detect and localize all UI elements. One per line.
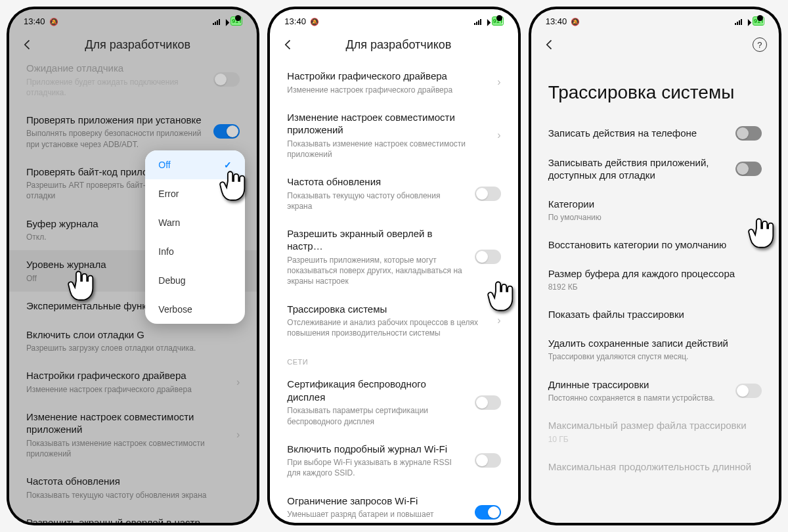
toggle-record-phone[interactable] (735, 126, 762, 141)
phone-2: 13:40 91 Для разработчиков Настройки гра… (267, 7, 520, 525)
popup-option-info[interactable]: Info (145, 237, 245, 266)
chevron-right-icon: › (236, 429, 240, 441)
chevron-right-icon: › (497, 76, 500, 88)
section-networks: СЕТИ (270, 346, 517, 370)
row-delete-traces[interactable]: Удалить сохраненные записи действийТрасс… (531, 329, 779, 370)
row-wifi-throttle[interactable]: Ограничение запросов Wi-FiУменьшает разр… (270, 487, 517, 523)
signal-icon (735, 18, 742, 25)
content: Настройки графического драйвераИзменение… (270, 62, 517, 523)
signal-icon (213, 18, 220, 25)
status-time: 13:40 (284, 16, 306, 26)
header: Для разработчиков (9, 30, 257, 62)
mute-icon (310, 16, 319, 26)
statusbar: 13:40 91 (270, 9, 517, 30)
row-gfx-driver[interactable]: Настройки графического драйвера Изменени… (9, 361, 257, 403)
page-big-title: Трассировка системы (531, 62, 779, 118)
content: Трассировка системы Записать действия на… (531, 62, 779, 523)
chevron-right-icon: › (497, 315, 500, 326)
popup-option-error[interactable]: Error (145, 179, 245, 208)
row-overlay[interactable]: Разрешить экранный оверлей в настр… Разр… (9, 508, 257, 523)
popup-option-warn[interactable]: Warn (145, 208, 245, 237)
popup-option-off[interactable]: Off (145, 150, 245, 179)
toggle-wifi-throttle[interactable] (475, 505, 501, 520)
toggle-overlay[interactable] (475, 250, 501, 264)
chevron-right-icon: › (497, 129, 500, 141)
status-time: 13:40 (546, 16, 567, 26)
row-max-duration: Максимальная продолжительность длинной (531, 453, 779, 481)
row-wireless-cert[interactable]: Сертификация беспроводного дисплеяПоказы… (270, 370, 517, 434)
row-verify-apps[interactable]: Проверять приложения при установке Выпол… (9, 106, 257, 158)
row-debug-layers[interactable]: Включить слои отладки G Разрешить загруз… (9, 321, 257, 362)
chevron-right-icon: › (236, 376, 240, 388)
row-restore-categories[interactable]: Восстановить категории по умолчанию (531, 231, 779, 259)
log-level-popup: Off Error Warn Info Debug Verbose (145, 150, 245, 324)
page-title: Для разработчиков (46, 38, 229, 52)
toggle-record-debug-apps[interactable] (735, 162, 762, 176)
toggle-wireless-cert[interactable] (475, 395, 501, 410)
mute-icon (571, 16, 580, 26)
row-record-phone[interactable]: Записать действия на телефоне (531, 118, 779, 148)
back-button[interactable] (543, 37, 559, 53)
wifi-icon (484, 16, 489, 26)
row-show-traces[interactable]: Показать файлы трассировки (531, 300, 779, 329)
statusbar: 13:40 91 (531, 9, 779, 30)
popup-option-debug[interactable]: Debug (145, 266, 245, 295)
wifi-icon (745, 16, 750, 26)
toggle-wait-debugger (213, 72, 240, 87)
phone-1: 13:40 91 Для разработчиков Ожидание отла… (7, 7, 259, 525)
statusbar: 13:40 91 (9, 9, 257, 30)
row-compat-settings[interactable]: Изменение настроек совместимости приложе… (270, 103, 517, 167)
row-record-debug-apps[interactable]: Записывать действия приложений, доступны… (531, 148, 779, 190)
wifi-icon (223, 16, 228, 26)
toggle-refresh-rate[interactable] (475, 187, 501, 201)
toggle-long-traces[interactable] (735, 384, 762, 398)
header: Для разработчиков (270, 30, 517, 62)
row-compat-settings[interactable]: Изменение настроек совместимости приложе… (9, 403, 257, 467)
check-icon (224, 160, 232, 170)
row-system-trace[interactable]: Трассировка системыОтслеживание и анализ… (270, 295, 517, 347)
mute-icon (49, 16, 58, 26)
help-button[interactable]: ? (753, 37, 767, 52)
row-refresh-rate[interactable]: Частота обновленияПоказывать текущую час… (270, 167, 517, 219)
row-wifi-verbose[interactable]: Включить подробный журнал Wi-FiПри выбор… (270, 435, 517, 487)
row-wait-debugger[interactable]: Ожидание отладчика Приложение будет ожид… (9, 62, 257, 106)
row-buffer-size[interactable]: Размер буфера для каждого процессора8192… (531, 259, 779, 301)
signal-icon (474, 18, 481, 25)
row-max-file-size: Максимальный размер файла трассировки10 … (531, 411, 779, 453)
row-refresh-rate[interactable]: Частота обновления Показывать текущую ча… (9, 467, 257, 508)
row-gfx-driver[interactable]: Настройки графического драйвераИзменение… (270, 62, 517, 103)
back-button[interactable] (21, 37, 37, 53)
row-long-traces[interactable]: Длинные трассировкиПостоянно сохраняется… (531, 370, 779, 412)
phone-3: 13:40 91 ? Трассировка системы Записать … (529, 7, 781, 525)
back-button[interactable] (282, 37, 297, 53)
toggle-wifi-verbose[interactable] (475, 453, 501, 468)
header: ? (531, 30, 779, 62)
status-time: 13:40 (24, 16, 45, 26)
camera-dot (757, 15, 763, 21)
toggle-verify-apps[interactable] (213, 124, 240, 139)
row-overlay[interactable]: Разрешить экранный оверлей в настр…Разре… (270, 219, 517, 295)
camera-dot (496, 15, 502, 21)
page-title: Для разработчиков (307, 38, 490, 52)
row-categories[interactable]: КатегорииПо умолчанию (531, 190, 779, 231)
popup-option-verbose[interactable]: Verbose (145, 295, 245, 324)
